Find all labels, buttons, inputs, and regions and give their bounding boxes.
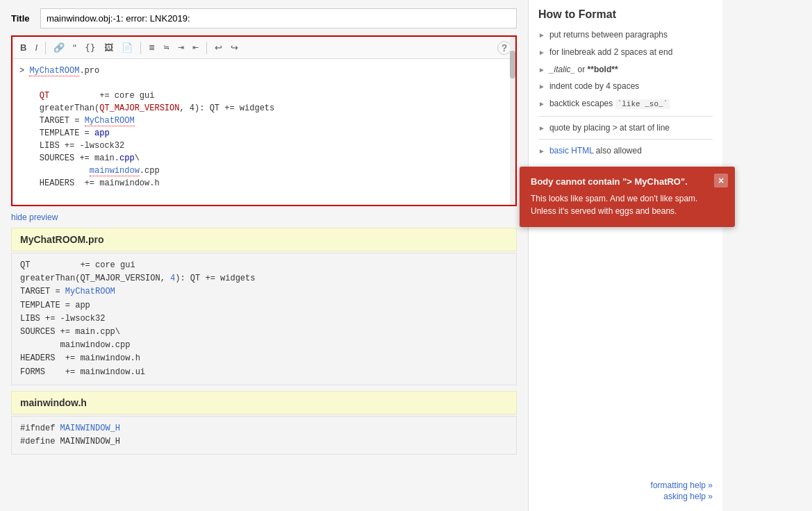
hide-preview-link[interactable]: hide preview <box>11 212 58 222</box>
arrow-icon-indent: ► <box>538 82 545 92</box>
main-area: Title B I 🔗 “ {} 🖼 📄 ≣ ≒ ⇥ ⇤ ↩ ↪ ? > MyC… <box>0 0 528 511</box>
toolbar: B I 🔗 “ {} 🖼 📄 ≣ ≒ ⇥ ⇤ ↩ ↪ ? <box>13 37 515 59</box>
arrow-icon-linebreak: ► <box>538 48 545 58</box>
toolbar-separator-3 <box>206 42 207 54</box>
sidebar-divider-2 <box>538 139 713 140</box>
arrow-icon-quote: ► <box>538 124 545 133</box>
sidebar-text-emphasis: _italic_ or **bold** <box>549 64 618 76</box>
basic-html-link[interactable]: basic HTML <box>549 146 594 156</box>
sidebar-item-returns: ► put returns between paragraphs <box>538 29 713 41</box>
help-button[interactable]: ? <box>497 41 511 55</box>
asking-help-link[interactable]: asking help » <box>651 492 713 501</box>
sidebar-text-returns: put returns between paragraphs <box>549 29 668 41</box>
code-editor[interactable]: > MyChatROOM.pro QT += core gui greaterT… <box>13 59 515 205</box>
sidebar-item-linebreak: ► for linebreak add 2 spaces at end <box>538 47 713 58</box>
error-popup: Body cannot contain "> MyChatRO". This l… <box>520 167 735 227</box>
preview-code-2: #ifndef MAINWINDOW_H #define MAINWINDOW_… <box>11 416 517 455</box>
arrow-icon-backtick: ► <box>538 99 545 109</box>
error-popup-body: This looks like spam. And we don't like … <box>531 192 724 217</box>
title-row: Title <box>11 8 517 28</box>
arrow-icon-html: ► <box>538 146 545 156</box>
preview-heading-1: MyChatROOM.pro <box>11 228 517 251</box>
sidebar-title: How to Format <box>538 8 713 21</box>
italic-button[interactable]: I <box>31 40 41 55</box>
sidebar-item-emphasis: ► _italic_ or **bold** <box>538 64 713 76</box>
sidebar-text-backtick: backtick escapes `like _so_` <box>549 98 670 110</box>
toolbar-separator-2 <box>140 42 141 54</box>
arrow-icon-returns: ► <box>538 31 545 40</box>
indent-button[interactable]: ⇥ <box>174 41 188 54</box>
redo-button[interactable]: ↪ <box>227 40 242 55</box>
preview-heading-2: mainwindow.h <box>11 391 517 414</box>
title-input[interactable] <box>40 8 517 28</box>
sidebar-text-indent: indent code by 4 spaces <box>549 81 639 92</box>
sidebar-item-quote: ► quote by placing > at start of line <box>538 122 713 134</box>
editor-container: B I 🔗 “ {} 🖼 📄 ≣ ≒ ⇥ ⇤ ↩ ↪ ? > MyChatROO… <box>11 35 517 206</box>
sidebar-item-html: ► basic HTML also allowed <box>538 145 713 157</box>
code-button[interactable]: {} <box>81 40 99 55</box>
file-button[interactable]: 📄 <box>118 40 136 55</box>
sidebar-item-indent: ► indent code by 4 spaces <box>538 81 713 92</box>
sidebar: How to Format ► put returns between para… <box>528 0 722 511</box>
toolbar-separator-1 <box>45 42 46 54</box>
sidebar-item-backtick: ► backtick escapes `like _so_` <box>538 98 713 110</box>
target-link[interactable]: MyChatROOM <box>85 116 135 126</box>
error-popup-title: Body cannot contain "> MyChatRO". <box>531 176 724 187</box>
bold-button[interactable]: B <box>17 40 30 55</box>
mainwindow-cpp-link[interactable]: mainwindow <box>90 166 140 176</box>
unordered-list-button[interactable]: ≒ <box>160 41 173 54</box>
undo-button[interactable]: ↩ <box>211 40 226 55</box>
preview-code-1: QT += core gui greaterThan(QT_MAJOR_VERS… <box>11 253 517 385</box>
title-label: Title <box>11 13 32 24</box>
image-button[interactable]: 🖼 <box>101 40 117 55</box>
mychatroom-link[interactable]: MyChatROOM <box>29 66 79 76</box>
ordered-list-button[interactable]: ≣ <box>145 41 158 54</box>
error-popup-close-button[interactable]: × <box>714 174 728 187</box>
link-button[interactable]: 🔗 <box>50 40 68 55</box>
formatting-help-link[interactable]: formatting help » <box>651 480 713 490</box>
dedent-button[interactable]: ⇤ <box>189 41 202 54</box>
editor-scrollbar[interactable] <box>510 37 515 205</box>
sidebar-text-html: basic HTML also allowed <box>549 145 642 157</box>
sidebar-divider <box>538 116 713 117</box>
sidebar-text-quote: quote by placing > at start of line <box>549 122 670 134</box>
scrollbar-thumb[interactable] <box>510 51 515 78</box>
arrow-icon-emphasis: ► <box>538 65 545 75</box>
blockquote-button[interactable]: “ <box>69 40 80 56</box>
sidebar-footer: formatting help » asking help » <box>651 480 713 503</box>
target-preview-link[interactable]: MyChatROOM <box>65 287 115 296</box>
sidebar-text-linebreak: for linebreak add 2 spaces at end <box>549 47 672 58</box>
